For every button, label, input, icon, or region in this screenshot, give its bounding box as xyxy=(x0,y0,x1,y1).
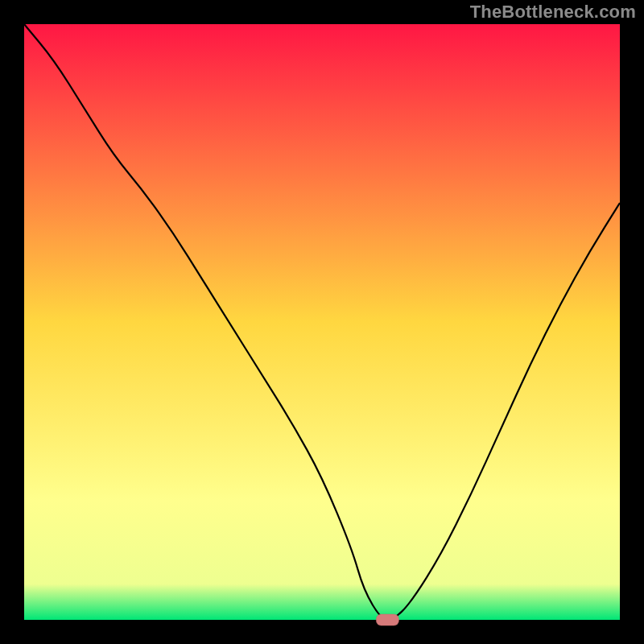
chart-svg xyxy=(0,0,644,644)
optimal-marker xyxy=(376,614,398,625)
watermark-text: TheBottleneck.com xyxy=(470,2,636,23)
chart-container: TheBottleneck.com xyxy=(0,0,644,644)
plot-background xyxy=(24,24,620,620)
